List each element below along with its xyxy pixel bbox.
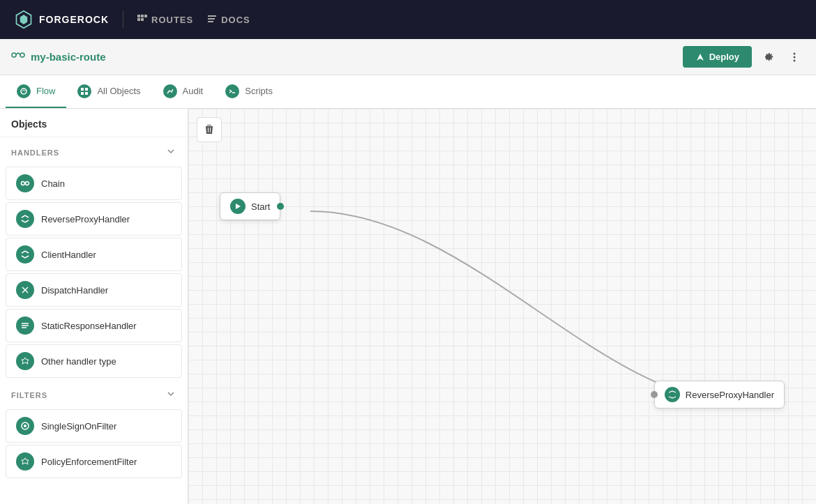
reverse-proxy-node-icon: [665, 387, 680, 402]
sso-filter-icon: [16, 417, 34, 435]
svg-point-12: [794, 52, 796, 54]
other-handler-icon: [16, 352, 34, 370]
reverse-proxy-node-label: ReverseProxyHandler: [686, 390, 774, 400]
svg-rect-9: [208, 21, 213, 22]
svg-point-11: [20, 53, 24, 57]
canvas-area: Start ReverseProxyHandler: [188, 109, 816, 504]
svg-point-30: [24, 425, 27, 427]
svg-rect-8: [208, 18, 215, 20]
chain-icon: [16, 174, 34, 192]
client-handler-label: ClientHandler: [41, 250, 96, 260]
handler-client[interactable]: ClientHandler: [6, 238, 182, 271]
route-title[interactable]: my-basic-route: [31, 51, 106, 63]
static-response-icon: [16, 316, 34, 335]
main-layout: Objects HANDLERS Chain ReverseProxyHandl…: [0, 109, 816, 504]
handlers-toggle[interactable]: [165, 146, 176, 159]
routes-link[interactable]: ROUTES: [137, 15, 193, 25]
routes-label: ROUTES: [151, 15, 193, 25]
svg-rect-4: [144, 15, 147, 17]
header-left: my-basic-route: [11, 48, 106, 66]
canvas-toolbar: [197, 117, 222, 142]
scripts-tab-label: Scripts: [245, 86, 273, 96]
nav-divider: [123, 11, 123, 28]
sso-filter-label: SingleSignOnFilter: [41, 421, 116, 432]
header-bar: my-basic-route Deploy: [0, 39, 816, 75]
tab-audit[interactable]: Audit: [152, 75, 215, 108]
chain-label: Chain: [41, 178, 65, 189]
handlers-section-header: HANDLERS: [0, 137, 188, 165]
tab-all-objects[interactable]: All Objects: [66, 75, 151, 108]
policy-filter-label: PolicyEnforcementFilter: [41, 457, 137, 467]
svg-rect-2: [137, 15, 140, 17]
delete-button[interactable]: [197, 117, 222, 142]
svg-rect-5: [137, 18, 140, 21]
brand-name: FORGEROCK: [39, 14, 109, 25]
client-handler-icon: [16, 245, 34, 264]
start-node-icon: [230, 199, 245, 214]
start-node-label: Start: [251, 201, 270, 212]
svg-rect-16: [81, 88, 84, 91]
svg-rect-18: [81, 92, 84, 95]
filters-toggle[interactable]: [165, 388, 176, 402]
reverse-proxy-node-input[interactable]: [651, 391, 658, 398]
svg-marker-31: [22, 458, 29, 464]
tab-scripts[interactable]: Scripts: [214, 75, 284, 108]
svg-rect-3: [141, 15, 144, 17]
filters-section-title: FILTERS: [11, 391, 47, 399]
reverse-proxy-node[interactable]: ReverseProxyHandler: [654, 381, 785, 408]
flow-tab-icon: [17, 84, 31, 98]
filter-sso[interactable]: SingleSignOnFilter: [6, 409, 182, 443]
svg-marker-1: [20, 15, 28, 24]
handler-dispatch[interactable]: DispatchHandler: [6, 273, 182, 307]
static-response-label: StaticResponseHandler: [41, 321, 137, 331]
brand-logo[interactable]: FORGEROCK: [14, 10, 109, 29]
dispatch-handler-label: DispatchHandler: [41, 285, 108, 296]
reverse-proxy-label: ReverseProxyHandler: [41, 214, 130, 224]
dispatch-handler-icon: [16, 281, 34, 299]
reverse-proxy-icon: [16, 210, 34, 228]
svg-point-13: [794, 56, 796, 58]
navbar: FORGEROCK ROUTES DOCS: [0, 0, 816, 39]
deploy-button[interactable]: Deploy: [683, 46, 752, 68]
docs-label: DOCS: [221, 15, 250, 25]
svg-rect-7: [208, 15, 216, 17]
handler-other[interactable]: Other handler type: [6, 344, 182, 378]
flow-tab-label: Flow: [36, 86, 55, 96]
svg-rect-6: [141, 18, 144, 21]
handler-chain[interactable]: Chain: [6, 167, 182, 200]
tabs-bar: Flow All Objects Audit Scripts: [0, 75, 816, 109]
objects-title: Objects: [0, 109, 188, 137]
svg-point-21: [26, 182, 29, 185]
svg-marker-32: [236, 204, 241, 209]
more-options-button[interactable]: [784, 47, 805, 68]
start-node-output[interactable]: [277, 203, 284, 210]
other-handler-label: Other handler type: [41, 356, 116, 367]
policy-filter-icon: [16, 452, 34, 471]
svg-marker-28: [22, 358, 29, 364]
svg-rect-17: [85, 88, 88, 91]
all-objects-tab-label: All Objects: [97, 86, 140, 96]
tab-flow[interactable]: Flow: [6, 75, 66, 108]
audit-tab-icon: [163, 84, 177, 98]
filters-section-header: FILTERS: [0, 380, 188, 407]
svg-point-20: [22, 182, 25, 185]
audit-tab-label: Audit: [183, 86, 204, 96]
svg-rect-19: [85, 92, 88, 95]
handlers-section-title: HANDLERS: [11, 148, 59, 157]
svg-point-14: [794, 59, 796, 61]
flow-connection-svg: [188, 109, 816, 504]
docs-link[interactable]: DOCS: [207, 15, 250, 25]
scripts-tab-icon: [225, 84, 239, 98]
svg-point-10: [12, 53, 16, 57]
handler-static-response[interactable]: StaticResponseHandler: [6, 309, 182, 342]
start-node[interactable]: Start: [220, 192, 280, 220]
filter-policy-enforcement[interactable]: PolicyEnforcementFilter: [6, 445, 182, 478]
handler-reverse-proxy[interactable]: ReverseProxyHandler: [6, 202, 182, 236]
route-icon: [11, 48, 25, 66]
all-objects-tab-icon: [77, 84, 91, 98]
sidebar: Objects HANDLERS Chain ReverseProxyHandl…: [0, 109, 188, 504]
settings-button[interactable]: [757, 47, 778, 68]
header-right: Deploy: [683, 46, 805, 68]
svg-point-15: [21, 89, 27, 94]
